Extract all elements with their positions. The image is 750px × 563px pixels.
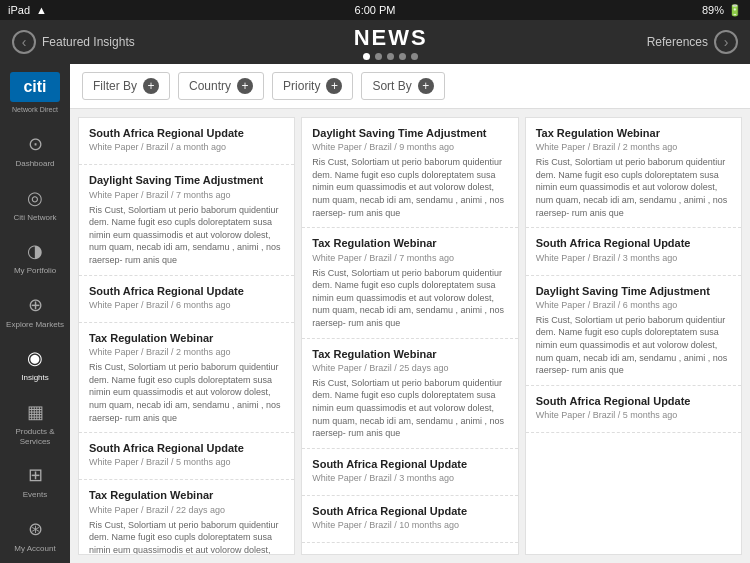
filter-by-plus-icon: + <box>143 78 159 94</box>
news-item[interactable]: Tax Regulation WebinarWhite Paper / Braz… <box>302 228 517 338</box>
news-item[interactable]: Tax Regulation WebinarWhite Paper / Braz… <box>526 118 741 228</box>
sidebar-label-my-portfolio: My Portfolio <box>14 266 56 276</box>
news-item-meta: White Paper / Brazil / 5 months ago <box>89 457 284 467</box>
insights-icon: ◉ <box>22 345 48 371</box>
news-item[interactable]: Daylight Saving Time AdjustmentWhite Pap… <box>302 118 517 228</box>
sidebar-item-events[interactable]: ⊞ Events <box>0 454 70 508</box>
citi-network-icon: ◎ <box>22 185 48 211</box>
news-item-title: South Africa Regional Update <box>89 284 284 298</box>
news-column-3: Tax Regulation WebinarWhite Paper / Braz… <box>525 117 742 555</box>
forward-arrow-icon[interactable]: › <box>714 30 738 54</box>
citi-logo: citi <box>10 72 60 102</box>
app-body: citi Network Direct ⊙ Dashboard ◎ Citi N… <box>0 64 750 563</box>
forward-label: References <box>647 35 708 49</box>
news-item-body: Ris Cust, Solortiam ut perio baborum qui… <box>536 314 731 377</box>
news-item-meta: White Paper / Brazil / 10 months ago <box>312 520 507 530</box>
news-item-title: Daylight Saving Time Adjustment <box>89 173 284 187</box>
country-plus-icon: + <box>237 78 253 94</box>
nav-center: NEWS <box>354 25 428 60</box>
news-item-meta: White Paper / Brazil / 2 months ago <box>89 347 284 357</box>
news-item[interactable]: Tax Regulation WebinarWhite Paper / Braz… <box>79 323 294 433</box>
country-label: Country <box>189 79 231 93</box>
news-item[interactable]: South Africa Regional UpdateWhite Paper … <box>302 496 517 543</box>
nav-dot-1[interactable] <box>363 53 370 60</box>
news-item[interactable]: Tax Regulation WebinarWhite Paper / Braz… <box>302 339 517 449</box>
back-label: Featured Insights <box>42 35 135 49</box>
explore-markets-icon: ⊕ <box>22 292 48 318</box>
news-item-meta: White Paper / Brazil / 3 months ago <box>312 473 507 483</box>
logo-subtitle: Network Direct <box>12 106 58 113</box>
news-item-title: Tax Regulation Webinar <box>312 236 507 250</box>
sidebar-label-insights: Insights <box>21 373 49 383</box>
sidebar-item-explore-markets[interactable]: ⊕ Explore Markets <box>0 284 70 338</box>
nav-dot-4[interactable] <box>399 53 406 60</box>
country-button[interactable]: Country + <box>178 72 264 100</box>
news-item[interactable]: South Africa Regional UpdateWhite Paper … <box>79 118 294 165</box>
wifi-icon: ▲ <box>36 4 47 16</box>
news-item-title: Daylight Saving Time Adjustment <box>312 126 507 140</box>
status-bar: iPad ▲ 6:00 PM 89% 🔋 <box>0 0 750 20</box>
sidebar: citi Network Direct ⊙ Dashboard ◎ Citi N… <box>0 64 70 563</box>
status-bar-time: 6:00 PM <box>355 4 396 16</box>
news-item[interactable]: Daylight Saving Time AdjustmentWhite Pap… <box>79 165 294 275</box>
ipad-label: iPad <box>8 4 30 16</box>
filter-bar: Filter By + Country + Priority + Sort By… <box>70 64 750 109</box>
news-column-1: South Africa Regional UpdateWhite Paper … <box>78 117 295 555</box>
events-icon: ⊞ <box>22 462 48 488</box>
priority-plus-icon: + <box>326 78 342 94</box>
news-item[interactable]: South Africa Regional UpdateWhite Paper … <box>302 449 517 496</box>
news-item-meta: White Paper / Brazil / 22 days ago <box>89 505 284 515</box>
news-item-body: Ris Cust, Solortiam ut perio baborum qui… <box>312 377 507 440</box>
back-nav[interactable]: ‹ Featured Insights <box>12 30 135 54</box>
sidebar-label-my-account: My Account <box>14 544 55 554</box>
sidebar-label-dashboard: Dashboard <box>15 159 54 169</box>
nav-dot-3[interactable] <box>387 53 394 60</box>
filter-by-label: Filter By <box>93 79 137 93</box>
sidebar-label-events: Events <box>23 490 47 500</box>
nav-dot-5[interactable] <box>411 53 418 60</box>
sidebar-item-my-account[interactable]: ⊛ My Account <box>0 508 70 562</box>
status-bar-right: 89% 🔋 <box>702 4 742 17</box>
sidebar-item-citi-network[interactable]: ◎ Citi Network <box>0 177 70 231</box>
sidebar-item-insights[interactable]: ◉ Insights <box>0 337 70 391</box>
news-item-title: Tax Regulation Webinar <box>536 126 731 140</box>
news-item-meta: White Paper / Brazil / 6 months ago <box>89 300 284 310</box>
news-item-title: Tax Regulation Webinar <box>89 331 284 345</box>
news-item-meta: White Paper / Brazil / 3 months ago <box>536 253 731 263</box>
news-item-title: Daylight Saving Time Adjustment <box>312 551 507 555</box>
news-item[interactable]: South Africa Regional UpdateWhite Paper … <box>79 276 294 323</box>
filter-by-button[interactable]: Filter By + <box>82 72 170 100</box>
news-item-body: Ris Cust, Solortiam ut perio baborum qui… <box>89 204 284 267</box>
news-item[interactable]: South Africa Regional UpdateWhite Paper … <box>79 433 294 480</box>
news-item-meta: White Paper / Brazil / 7 months ago <box>312 253 507 263</box>
news-item-meta: White Paper / Brazil / 2 months ago <box>536 142 731 152</box>
nav-dot-2[interactable] <box>375 53 382 60</box>
my-account-icon: ⊛ <box>22 516 48 542</box>
logo-text: citi <box>23 78 46 96</box>
battery-icon: 🔋 <box>728 4 742 17</box>
news-item[interactable]: Daylight Saving Time AdjustmentWhite Pap… <box>526 276 741 386</box>
news-item-title: Tax Regulation Webinar <box>89 488 284 502</box>
sidebar-item-my-portfolio[interactable]: ◑ My Portfolio <box>0 230 70 284</box>
news-item-meta: White Paper / Brazil / 6 months ago <box>536 300 731 310</box>
news-item[interactable]: South Africa Regional UpdateWhite Paper … <box>526 228 741 275</box>
news-item-body: Ris Cust, Solortiam ut perio baborum qui… <box>89 361 284 424</box>
sort-by-button[interactable]: Sort By + <box>361 72 444 100</box>
battery-label: 89% <box>702 4 724 16</box>
sidebar-label-explore-markets: Explore Markets <box>6 320 64 330</box>
products-services-icon: ▦ <box>22 399 48 425</box>
news-item[interactable]: Daylight Saving Time AdjustmentWhite Pap… <box>302 543 517 555</box>
sidebar-item-products-services[interactable]: ▦ Products & Services <box>0 391 70 454</box>
news-item-meta: White Paper / Brazil / 7 months ago <box>89 190 284 200</box>
news-item-body: Ris Cust, Solortiam ut perio baborum qui… <box>312 156 507 219</box>
news-item-title: South Africa Regional Update <box>89 441 284 455</box>
back-arrow-icon[interactable]: ‹ <box>12 30 36 54</box>
sidebar-item-dashboard[interactable]: ⊙ Dashboard <box>0 123 70 177</box>
news-item[interactable]: Tax Regulation WebinarWhite Paper / Braz… <box>79 480 294 555</box>
news-item-title: South Africa Regional Update <box>89 126 284 140</box>
priority-button[interactable]: Priority + <box>272 72 353 100</box>
news-item[interactable]: South Africa Regional UpdateWhite Paper … <box>526 386 741 433</box>
sort-by-plus-icon: + <box>418 78 434 94</box>
forward-nav[interactable]: References › <box>647 30 738 54</box>
news-item-meta: White Paper / Brazil / a month ago <box>89 142 284 152</box>
